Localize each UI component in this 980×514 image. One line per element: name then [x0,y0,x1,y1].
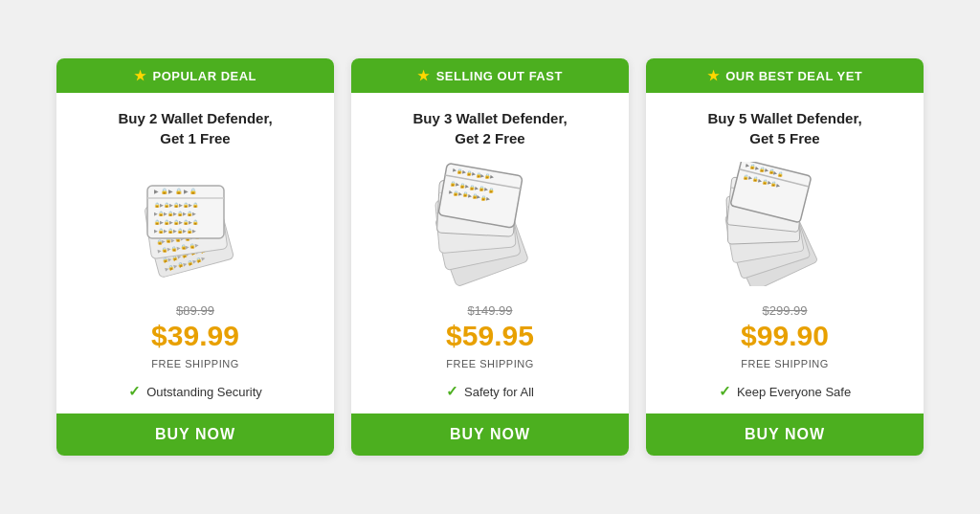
feature-text-3: Keep Everyone Safe [737,385,851,399]
checkmark-icon-2: ✓ [446,383,458,400]
card-footer-1: BUY NOW [56,413,334,456]
card-badge-best: ★ Our Best Deal Yet [646,58,924,93]
wallet-image-2: ▶🔒▶🔒▶🔒▶🔒▶ 🔒▶🔒▶🔒▶🔒▶🔒 ▶🔒▶🔒▶🔒▶🔒▶ ▶🔒▶🔒▶🔒▶🔒▶ … [413,162,567,286]
feature-3: ✓ Keep Everyone Safe [719,383,851,400]
card-best-deal: ★ Our Best Deal Yet Buy 5 Wallet Defende… [646,58,924,456]
checkmark-icon-1: ✓ [128,383,141,400]
shipping-label-1: FREE Shipping [151,358,238,369]
star-icon-1: ★ [134,68,147,83]
price-section-3: $299.99 $99.90 [741,303,829,352]
card-footer-2: BUY NOW [351,413,629,456]
price-sale-1: $39.99 [151,320,239,352]
card-footer-3: BUY NOW [646,413,924,456]
buy-button-3[interactable]: BUY NOW [658,426,911,443]
price-original-3: $299.99 [741,303,829,318]
card-selling-fast: ★ Selling Out Fast Buy 3 Wallet Defender… [351,58,629,456]
shipping-label-3: FREE Shipping [741,358,828,369]
card-title-3: Buy 5 Wallet Defender, Get 5 Free [707,108,861,148]
badge-label-2: Selling Out Fast [436,69,563,83]
price-sale-3: $99.90 [741,320,829,352]
card-badge-fast: ★ Selling Out Fast [351,58,629,93]
wallet-image-1: ▶ 🔒 ▶ 🔒 ▶ 🔒 🔒▶🔒▶🔒▶🔒▶🔒 ▶🔒▶🔒▶🔒▶🔒▶ 🔒▶🔒▶🔒▶🔒▶… [119,162,272,286]
svg-text:🔒▶🔒▶🔒▶🔒▶🔒: 🔒▶🔒▶🔒▶🔒▶🔒 [154,219,199,226]
card-badge-popular: ★ Popular Deal [56,58,334,93]
shipping-label-2: FREE Shipping [446,358,533,369]
card-body-1: Buy 2 Wallet Defender, Get 1 Free ▶ 🔒 ▶ … [56,93,334,413]
card-popular: ★ Popular Deal Buy 2 Wallet Defender, Ge… [56,58,334,456]
price-section-1: $89.99 $39.99 [151,303,239,352]
svg-text:▶ 🔒 ▶ 🔒 ▶ 🔒: ▶ 🔒 ▶ 🔒 ▶ 🔒 [154,188,197,195]
badge-label-3: Our Best Deal Yet [725,69,862,83]
pricing-cards: ★ Popular Deal Buy 2 Wallet Defender, Ge… [37,39,943,475]
star-icon-2: ★ [417,68,431,83]
wallet-image-3: ▶🔒▶🔒▶🔒▶🔒 🔒▶🔒▶🔒▶🔒▶ ▶🔒▶🔒▶🔒▶🔒 🔒▶🔒▶🔒▶🔒▶ ▶🔒▶ [708,162,861,286]
svg-text:▶🔒▶🔒▶🔒▶🔒▶: ▶🔒▶🔒▶🔒▶🔒▶ [154,228,196,235]
price-original-1: $89.99 [151,303,239,318]
price-sale-2: $59.95 [446,320,534,352]
badge-label-1: Popular Deal [152,69,256,83]
card-title-2: Buy 3 Wallet Defender, Get 2 Free [412,108,567,148]
feature-text-2: Safety for All [464,385,534,399]
card-title-1: Buy 2 Wallet Defender, Get 1 Free [118,108,272,148]
feature-1: ✓ Outstanding Security [128,383,262,400]
card-body-2: Buy 3 Wallet Defender, Get 2 Free ▶🔒▶🔒▶🔒… [351,93,629,413]
svg-text:▶🔒▶🔒▶🔒▶🔒▶: ▶🔒▶🔒▶🔒▶🔒▶ [154,211,196,217]
star-icon-3: ★ [707,68,721,83]
buy-button-2[interactable]: BUY NOW [364,426,616,443]
price-original-2: $149.99 [446,303,534,318]
card-body-3: Buy 5 Wallet Defender, Get 5 Free ▶🔒▶🔒▶🔒… [646,93,924,413]
feature-text-1: Outstanding Security [146,385,262,399]
price-section-2: $149.99 $59.95 [446,303,534,352]
svg-text:🔒▶🔒▶🔒▶🔒▶🔒: 🔒▶🔒▶🔒▶🔒▶🔒 [154,202,199,209]
checkmark-icon-3: ✓ [719,383,731,400]
feature-2: ✓ Safety for All [446,383,534,400]
buy-button-1[interactable]: BUY NOW [69,426,322,443]
